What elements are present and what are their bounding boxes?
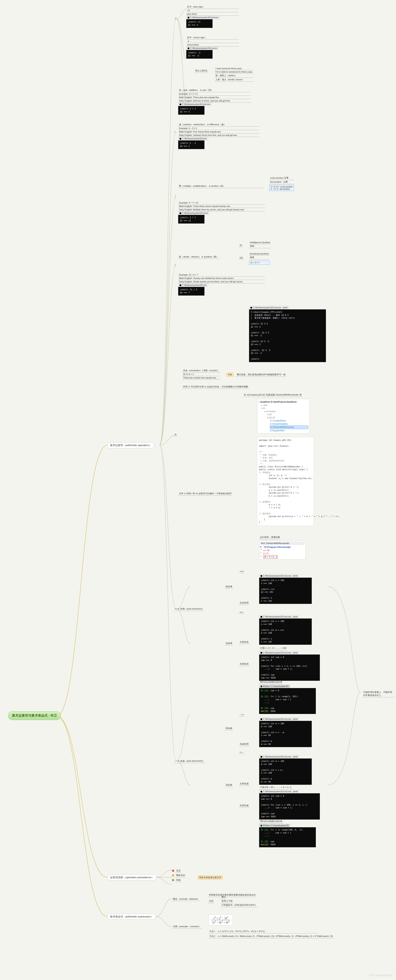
terminal-sum2: jshell> int sum = 0 sum ==> 0 jshell> fo… (259, 793, 320, 819)
mul-rule1: 2 × 3 = 6 · cross product (271, 186, 292, 188)
root-title: 算术运算符与算术表达式 - 华卫 (12, 714, 57, 717)
expr-f1: 方法一：s = (x*x*x + y*y - 3*z*z) / (3*x*x -… (209, 929, 318, 934)
div-ex: Example: 21 / 3 = 7 (178, 273, 265, 277)
terminal-sum-wrap: C:\Windows\system32\cmd.exe - jshell jsh… (259, 651, 320, 681)
tree-c3-text: DivisionWithRemainder (273, 426, 294, 428)
cat-arith-ops[interactable]: 算术运算符（arithmetic operators） (107, 442, 154, 448)
op-mod[interactable]: % (174, 433, 177, 436)
prec-icon-1 (172, 870, 174, 872)
mod-lbl: 求余（remainder）| 求模（modulo） (182, 369, 220, 373)
mul-me: Math English: Three times seven equals t… (178, 205, 265, 208)
expr-f2: 方法二：s = (Math.pow(x, 3) + Math.pow(y, 2)… (209, 934, 334, 938)
terminal-preinc: jshell> int n = 100 n ==> 100 jshell> ++… (259, 578, 312, 604)
op-dec[interactable]: −− ⊕ 自减（auto-decrement） (174, 759, 206, 763)
plus-sign-block: 正号（plus sign） +3 plus three C:\Windows\s… (186, 5, 239, 28)
java-c-out: // 输出部分 (259, 512, 312, 515)
op-inc[interactable]: ++ ⊕ 自增（auto-increment） (174, 607, 205, 611)
tree-src[interactable]: src (261, 407, 308, 410)
term-title-sum2-text: C:\Windows\system32\cmd.exe - jshell (263, 791, 298, 793)
mod-pkg-lbl: 在 net.huawei.p02.t01 包里创建 DivisionWithRe… (243, 393, 302, 397)
mod-block: 求余（remainder）| 求模（modulo） 32 % 5 = 2 Thi… (182, 369, 220, 380)
iq-abbr: IQ (240, 244, 242, 247)
runout-r: 32 ÷ 5 = 6...2 (263, 555, 278, 558)
tree-c2[interactable]: Ⓒ DeclareVariables (270, 422, 308, 426)
java-main: public static void main(String[] args) { (259, 468, 312, 471)
cat-precedence[interactable]: 运算优先级（operation precedence） (107, 874, 156, 880)
minus-sign-ex: -3 (186, 40, 239, 43)
watermark: CSDN @howard2005 (369, 974, 392, 977)
expr-attn1: 没有上下标 (221, 899, 233, 903)
tree-c3[interactable]: Ⓒ DivisionWithRemainder (270, 425, 308, 429)
cat-expression[interactable]: 算术表达式（arithmetic expression） (107, 914, 156, 920)
term-title-preinc: C:\Windows\system32\cmd.exe - jshell (259, 574, 299, 578)
ij-gutter-icons[interactable]: ▶↷≡⤓ (260, 545, 262, 558)
mod-note: 通过实验，我们发现余数的符号跟被除数符号一致 (236, 373, 286, 377)
op-plus[interactable]: + (174, 17, 177, 20)
term-icon (260, 791, 262, 792)
expr-do: 要行 (221, 895, 227, 899)
sub-lbl: 减（subtract - subtraction） ⊕ difference（差… (178, 123, 259, 127)
op-dec-cn: 自减（auto-decrement） (180, 760, 205, 762)
op-inc-label: ++ (174, 608, 177, 610)
divide-details: Example: 21 / 3 = 7 Math English: Twenty… (178, 273, 265, 296)
runout-title: Run: DivisionWithRemainder (260, 542, 305, 545)
eq-detail: Emotional Quotient 情商 21 ÷ 3 = 7 (249, 252, 270, 265)
addition-block: 加（add - addition） ⊕ sum（和） Example: 3 + … (178, 88, 251, 115)
mul-dot: dot product - 点乘 (269, 180, 294, 184)
term-title-neg-text: C:\Windows\system32\cmd.ex (190, 47, 217, 49)
tree-p01[interactable]: p01 (267, 413, 308, 416)
term-icon (188, 48, 189, 49)
op-div[interactable]: / (174, 263, 176, 266)
tree-c4[interactable]: Ⓒ EquationNew (270, 429, 308, 432)
nmm: n−− (239, 751, 244, 754)
tree-root-text: JavaDemo D:\JavaProjects\JavaDemo (260, 401, 297, 403)
tree-idea[interactable]: .idea (261, 404, 308, 407)
term-title-postdec-text: C:\Windows\system32\cmd.exe - jshell (263, 756, 298, 758)
term-icon (251, 307, 252, 309)
op-mul[interactable]: * (174, 195, 177, 198)
term-title-mul: C:\Windows\system32\cmd.e (178, 212, 209, 215)
term-icon (180, 212, 181, 214)
py-title2: IPython: C:Users/huawei.ED (259, 824, 290, 827)
cat-arith-ops-label: 算术运算符（arithmetic operators） (110, 444, 152, 447)
term-icon (260, 718, 262, 720)
side-note: 只能作用在变量上，不能作用在常量或表达式上 (362, 690, 395, 697)
terminal-predec: jshell> int m = 100 m ==> 100 jshell> in… (259, 721, 312, 747)
multiply-details: Example: 3 * 7 = 21 Math English: Three … (178, 201, 265, 224)
eq-abbr: EQ (239, 256, 244, 259)
tree-c1[interactable]: Ⓒ ConstantDemo (270, 419, 308, 422)
hy-label: 先用后减 (239, 782, 249, 786)
term-title-div-text: C:\Windows\system32\cmd (182, 284, 206, 286)
term-title-preinc-text: C:\Windows\system32\cmd.exe - jshell (263, 575, 298, 577)
iq-detail: Intelligence Quotient 智商 (249, 241, 271, 248)
eq2: 情商 (249, 256, 270, 259)
py-label2: 用Python也能完成任务 (259, 819, 283, 823)
project-tree[interactable]: JavaDemo D:\JavaProjects\JavaDemo .idea … (257, 399, 310, 434)
term-title-add-text: C:\Windows\system32\cmd.exe (182, 103, 210, 105)
term-title-plus-text: C:\Windows\system32\cmd.exe (190, 16, 219, 19)
owe-en: I owe someone three yuan. I'm in debt to… (215, 67, 254, 82)
term-title-sub: C:\Windows\system32\cmd. (178, 137, 208, 140)
tree-pkg1[interactable]: net.huawei (264, 410, 308, 413)
sum-label: 计算1 + 2 + 3 + …… + 100 (259, 646, 287, 650)
sub-me: Math English: Five minus three equals tw… (178, 130, 259, 134)
mod-read: Thirty-two modulo five equals two. (182, 376, 220, 380)
minus-sign-label: 负号（minus sign） (186, 36, 239, 40)
term-icon (180, 138, 181, 140)
expr-concept: 概念（concept - abstract） (172, 897, 200, 901)
mul-ex: Example: 3 * 7 = 21 (178, 201, 265, 205)
py-term2: In [2]: for i in range(100, 0, -1): ...:… (259, 827, 316, 847)
root-node[interactable]: 算术运算符与算术表达式 - 华卫 (8, 711, 61, 720)
terminal-postinc-wrap: C:\Windows\system32\cmd.exe - jshell jsh… (259, 615, 312, 645)
add-ex: Example: 3 + 2 = 5 (178, 92, 251, 96)
terminal-predec-wrap: C:\Windows\system32\cmd.exe - jshell jsh… (259, 718, 312, 747)
xj-label: 先加后用 (239, 601, 249, 605)
term-title-sub-text: C:\Windows\system32\cmd. (182, 138, 207, 140)
tree-p02[interactable]: p02.t01 (267, 416, 308, 419)
mul-de: Daily English: Multiply three by seven, … (178, 208, 265, 212)
mod-big-terminal-wrap: C:\Windows\system32\cmd.exe - jshell C:\… (249, 306, 326, 362)
op-minus[interactable]: − (174, 129, 177, 133)
term-title-sum: C:\Windows\system32\cmd.exe - jshell (259, 651, 299, 654)
py-title2-text: IPython: C:Users/huawei.ED (263, 824, 289, 827)
mul-rulebox: 2 × 3 = 6 · cross product 2 · 3 = 6 · do… (269, 185, 294, 191)
